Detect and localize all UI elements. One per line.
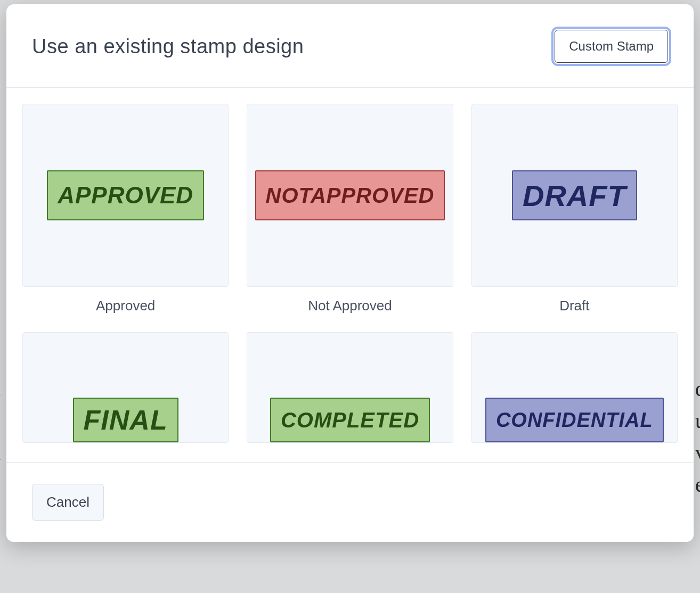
- stamp-card[interactable]: CONFIDENTIAL: [471, 332, 678, 443]
- backdrop-text-left: h a d e o: [0, 373, 1, 532]
- stamp-option-draft: DRAFT Draft: [471, 104, 678, 314]
- stamp-grid: APPROVED Approved NOTAPPROVED Not Approv…: [22, 104, 678, 443]
- stamp-card[interactable]: FINAL: [22, 332, 229, 443]
- stamp-card[interactable]: NOTAPPROVED: [247, 104, 453, 287]
- cancel-button[interactable]: Cancel: [32, 484, 104, 521]
- dialog-footer: Cancel: [6, 462, 694, 542]
- stamp-caption: Approved: [22, 298, 229, 314]
- stamp-preview: COMPLETED: [270, 398, 430, 442]
- stamp-card[interactable]: COMPLETED: [247, 332, 453, 443]
- stamp-option-not-approved: NOTAPPROVED Not Approved: [247, 104, 453, 314]
- stamp-preview: DRAFT: [512, 170, 637, 220]
- stamp-preview: FINAL: [73, 398, 178, 442]
- dialog-title: Use an existing stamp design: [32, 35, 304, 58]
- backdrop-text-right: d us vi e: [695, 373, 700, 500]
- stamp-preview: CONFIDENTIAL: [485, 398, 664, 442]
- stamp-option-final: FINAL: [22, 332, 229, 443]
- stamp-caption: Not Approved: [247, 298, 453, 314]
- stamp-card[interactable]: APPROVED: [22, 104, 229, 287]
- stamp-option-approved: APPROVED Approved: [22, 104, 229, 314]
- stamp-picker-dialog: Use an existing stamp design Custom Stam…: [6, 4, 694, 542]
- stamp-option-confidential: CONFIDENTIAL: [471, 332, 678, 443]
- stamp-caption: Draft: [471, 298, 678, 314]
- custom-stamp-button[interactable]: Custom Stamp: [555, 30, 668, 63]
- stamp-preview: NOTAPPROVED: [255, 170, 445, 220]
- dialog-header: Use an existing stamp design Custom Stam…: [6, 4, 694, 88]
- stamp-option-completed: COMPLETED: [247, 332, 453, 443]
- stamp-preview: APPROVED: [47, 170, 204, 220]
- dialog-body: APPROVED Approved NOTAPPROVED Not Approv…: [6, 88, 694, 462]
- stamp-card[interactable]: DRAFT: [471, 104, 678, 287]
